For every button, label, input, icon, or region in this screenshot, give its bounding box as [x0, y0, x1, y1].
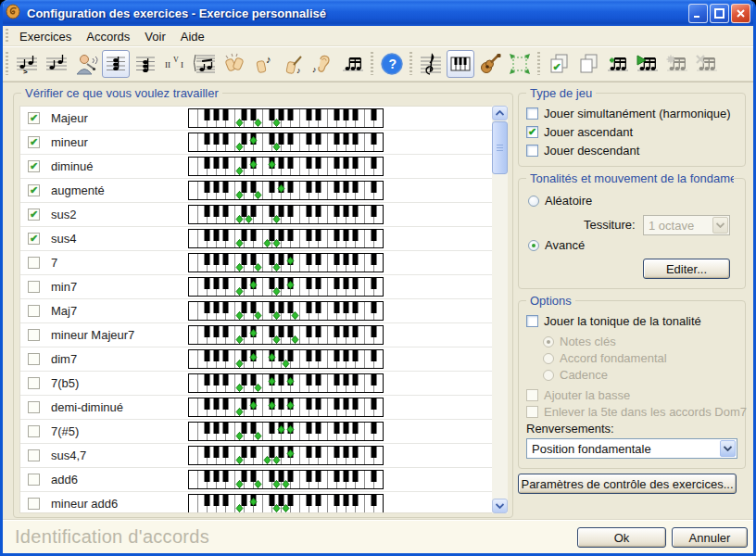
scrollbar-thumb[interactable] — [492, 121, 508, 174]
checkbox-jouer-ascendant-box[interactable]: ✔ — [526, 126, 538, 138]
chord-checkbox-7[interactable] — [28, 257, 40, 269]
svg-text:II: II — [165, 60, 170, 70]
chord-keyboard — [188, 301, 384, 321]
chord-checkbox-7-5-[interactable] — [28, 425, 40, 437]
chord-checkbox-sus4-7[interactable] — [28, 449, 40, 461]
harmony-staff-icon[interactable] — [191, 50, 219, 78]
chord-checkbox-add6[interactable] — [28, 474, 40, 486]
radio-accord-fondamental: Accord fondamental — [543, 351, 667, 365]
toolbar-gripper[interactable] — [371, 52, 373, 76]
chord-checkbox-mineur-add6[interactable] — [28, 498, 40, 510]
chord-list: ✔Majeur✔mineur✔diminué✔augmenté✔sus2✔sus… — [19, 106, 496, 513]
guitar-view-icon[interactable] — [476, 50, 504, 78]
chord-list-scrollbar[interactable] — [492, 106, 508, 513]
rhythm-clapping-icon[interactable] — [220, 50, 248, 78]
close-button[interactable] — [731, 4, 750, 23]
chord-checkbox-diminu-[interactable]: ✔ — [28, 160, 40, 172]
chord-keyboard — [188, 422, 384, 441]
chord-label: sus4 — [51, 232, 181, 246]
chord-checkbox-dim7[interactable] — [28, 353, 40, 365]
chord-checkbox-sus2[interactable]: ✔ — [28, 208, 40, 221]
svg-text:✔: ✔ — [553, 61, 561, 72]
chord-label: diminué — [51, 159, 181, 173]
toolbar-group: ? — [377, 50, 407, 78]
checkbox-jouer-tonique-box[interactable] — [526, 315, 538, 327]
checkbox-jouer-descendant[interactable]: Jouer descendant — [526, 144, 639, 158]
piano-view-icon[interactable] — [447, 50, 474, 78]
chord-progressions-icon[interactable]: IIVI — [161, 50, 189, 78]
cancel-button[interactable]: Annuler — [672, 527, 748, 548]
chord-checkbox-sus4[interactable]: ✔ — [28, 233, 40, 245]
svg-text:>: > — [23, 68, 28, 76]
rhythm-dictation-icon[interactable] — [339, 50, 367, 78]
checkbox-ajouter-la-basse-label: Ajouter la basse — [544, 388, 630, 402]
checkbox-jouer-descendant-box[interactable] — [526, 145, 538, 157]
interval-comparison-icon[interactable]: > — [13, 50, 41, 78]
radio-aleatoire[interactable]: Aléatoire — [528, 194, 592, 208]
copy-icon[interactable] — [574, 50, 602, 78]
chord-row: ✔mineur — [20, 131, 495, 155]
radio-aleatoire-circle[interactable] — [528, 196, 539, 207]
interval-singing-icon[interactable] — [72, 50, 100, 78]
add-exercise-icon[interactable] — [604, 50, 632, 78]
chord-checkbox-mineur[interactable]: ✔ — [28, 136, 40, 148]
chord-row: ✔diminué — [20, 155, 495, 179]
group-type-de-jeu-title: Type de jeu — [526, 86, 596, 100]
tessiture-value: 1 octave — [649, 219, 694, 233]
chord-checkbox-7-b5-[interactable] — [28, 377, 40, 389]
copy-checked-icon[interactable]: ✔ — [545, 50, 573, 78]
checkbox-jouer-tonique[interactable]: Jouer la tonique de la tonalité — [526, 314, 701, 328]
editer-button[interactable]: Editer... — [643, 259, 730, 279]
radio-avance[interactable]: Avancé — [528, 238, 585, 252]
parametres-controle-button[interactable]: Paramètres de contrôle des exercices... — [518, 474, 737, 494]
checkbox-jouer-simultan-ment-harmonique-[interactable]: Jouer simultanément (harmonique) — [526, 107, 731, 120]
rhythm-error-detection-icon[interactable]: ♪ — [309, 50, 337, 78]
dialog-window: Configuration des exercices - Exercice p… — [0, 0, 756, 556]
staff-view-icon[interactable] — [417, 50, 445, 78]
toolbar-gripper[interactable] — [410, 52, 412, 76]
menu-voir[interactable]: Voir — [137, 28, 172, 45]
svg-text:?: ? — [389, 57, 397, 71]
rhythm-imitation-icon[interactable]: ♪ — [280, 50, 308, 78]
checkbox-jouer-ascendant[interactable]: ✔Jouer ascendant — [526, 125, 633, 139]
renversements-combobox[interactable]: Position fondamentale — [526, 438, 737, 459]
chord-inversions-icon[interactable] — [132, 50, 159, 78]
menu-exercices[interactable]: Exercices — [12, 28, 79, 45]
chord-checkbox-maj7[interactable] — [28, 305, 40, 317]
radio-cadence: Cadence — [543, 368, 608, 382]
chord-checkbox-demi-diminu-[interactable] — [28, 401, 40, 413]
toolbar-gripper[interactable] — [6, 52, 8, 76]
fit-window-icon[interactable] — [506, 50, 534, 78]
radio-avance-circle[interactable] — [528, 240, 539, 251]
menu-accords[interactable]: Accords — [79, 28, 137, 45]
chord-checkbox-majeur[interactable]: ✔ — [28, 112, 40, 124]
toolbar-gripper[interactable] — [537, 52, 540, 76]
chord-row: 7 — [20, 251, 495, 275]
menubar-gripper[interactable] — [6, 29, 8, 43]
checkbox-ajouter-la-basse: Ajouter la basse — [526, 388, 630, 402]
help-icon[interactable]: ? — [378, 50, 406, 78]
chord-checkbox-mineur-majeur7[interactable] — [28, 329, 40, 341]
interval-identification-icon[interactable] — [43, 50, 70, 78]
chord-row: demi-diminué — [20, 396, 495, 420]
group-chord-list: Vérifier ce que vous voulez travailler ✔… — [13, 93, 513, 518]
play-exercise-icon[interactable] — [634, 50, 662, 78]
scroll-up-button[interactable] — [492, 106, 508, 120]
chord-identification-icon[interactable] — [102, 50, 130, 78]
maximize-button[interactable] — [710, 4, 729, 23]
menu-aide[interactable]: Aide — [173, 28, 212, 45]
scroll-down-button[interactable] — [492, 499, 508, 513]
ok-button[interactable]: Ok — [577, 527, 666, 548]
renversements-combo-arrow chevron-down-icon[interactable] — [720, 440, 736, 457]
svg-text:I: I — [181, 60, 183, 70]
delete-exercise-icon — [693, 50, 721, 78]
chord-keyboard — [188, 108, 384, 128]
rhythm-sightreading-icon[interactable]: ♪ — [250, 50, 278, 78]
checkbox-jouer-simultan-ment-harmonique--box[interactable] — [526, 107, 538, 120]
minimize-button[interactable] — [688, 4, 708, 23]
chord-checkbox-min7[interactable] — [28, 281, 40, 293]
checkbox-jouer-simultan-ment-harmonique--label: Jouer simultanément (harmonique) — [544, 107, 731, 120]
chord-label: add6 — [51, 473, 181, 486]
chord-checkbox-augment-[interactable]: ✔ — [28, 184, 40, 196]
svg-text:V: V — [173, 56, 179, 64]
